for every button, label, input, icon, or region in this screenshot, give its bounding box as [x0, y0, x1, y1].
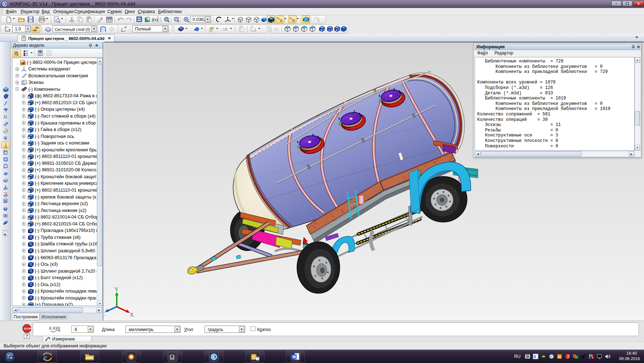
svg-text:x: x [336, 28, 338, 32]
svg-text:O: O [252, 355, 255, 360]
svg-text:f(x): f(x) [152, 17, 158, 22]
svg-text:?: ? [49, 337, 51, 340]
svg-text:STOP: STOP [24, 327, 31, 330]
svg-text:X.XXX: X.XXX [49, 326, 60, 330]
svg-text:Y: Y [115, 286, 119, 292]
svg-text:y: y [321, 28, 322, 32]
svg-text:z: z [329, 28, 330, 32]
svg-text:ti: ti [534, 355, 536, 359]
svg-text:O: O [558, 355, 561, 359]
svg-text:W: W [292, 355, 296, 359]
svg-text:Ω: Ω [170, 354, 174, 361]
svg-text:X: X [130, 312, 134, 318]
svg-text:Z: Z [104, 311, 105, 317]
